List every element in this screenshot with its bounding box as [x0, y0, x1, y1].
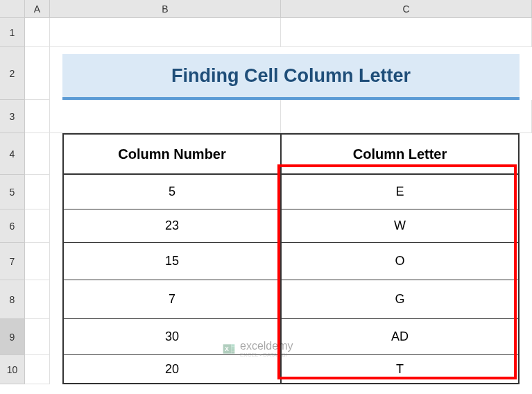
cell-A4[interactable]: [25, 133, 50, 175]
cell-A1[interactable]: [25, 18, 50, 47]
cell-A2[interactable]: [25, 47, 50, 100]
col-header-B[interactable]: B: [50, 0, 281, 18]
cell-number-5[interactable]: 20: [62, 355, 281, 384]
spreadsheet-grid: A B C 1 2 3 4 5 6 7 8 9 10 Finding Cell …: [0, 0, 532, 384]
cell-letter-2[interactable]: O: [281, 243, 520, 280]
row-header-9[interactable]: 9: [0, 319, 25, 355]
row-header-8[interactable]: 8: [0, 280, 25, 319]
cell-letter-4[interactable]: AD: [281, 319, 520, 355]
cell-A8[interactable]: [25, 280, 50, 319]
row-header-3[interactable]: 3: [0, 100, 25, 133]
row-header-5[interactable]: 5: [0, 175, 25, 209]
row-header-6[interactable]: 6: [0, 209, 25, 243]
row-header-10[interactable]: 10: [0, 355, 25, 384]
cell-number-2[interactable]: 15: [62, 243, 281, 280]
col-header-C[interactable]: C: [281, 0, 532, 18]
cell-B3[interactable]: [50, 100, 281, 133]
cell-A6[interactable]: [25, 209, 50, 243]
table-header-col1[interactable]: Column Number: [62, 133, 281, 175]
cell-number-1[interactable]: 23: [62, 209, 281, 243]
cell-number-3[interactable]: 7: [62, 280, 281, 319]
cell-number-0[interactable]: 5: [62, 175, 281, 209]
cell-B1[interactable]: [50, 18, 281, 47]
cell-A10[interactable]: [25, 355, 50, 384]
row-header-1[interactable]: 1: [0, 18, 25, 47]
cell-A3[interactable]: [25, 100, 50, 133]
cell-number-4[interactable]: 30: [62, 319, 281, 355]
title-cell[interactable]: Finding Cell Column Letter: [62, 54, 520, 100]
corner-select-all[interactable]: [0, 0, 25, 18]
cell-A7[interactable]: [25, 243, 50, 280]
row-header-4[interactable]: 4: [0, 133, 25, 175]
cell-C3[interactable]: [281, 100, 532, 133]
col-header-A[interactable]: A: [25, 0, 50, 18]
row-header-7[interactable]: 7: [0, 243, 25, 280]
cell-letter-3[interactable]: G: [281, 280, 520, 319]
cell-A9[interactable]: [25, 319, 50, 355]
row-header-2[interactable]: 2: [0, 47, 25, 100]
cell-letter-5[interactable]: T: [281, 355, 520, 384]
cell-letter-1[interactable]: W: [281, 209, 520, 243]
cell-letter-0[interactable]: E: [281, 175, 520, 209]
cell-A5[interactable]: [25, 175, 50, 209]
cell-C1[interactable]: [281, 18, 532, 47]
table-header-col2[interactable]: Column Letter: [281, 133, 520, 175]
